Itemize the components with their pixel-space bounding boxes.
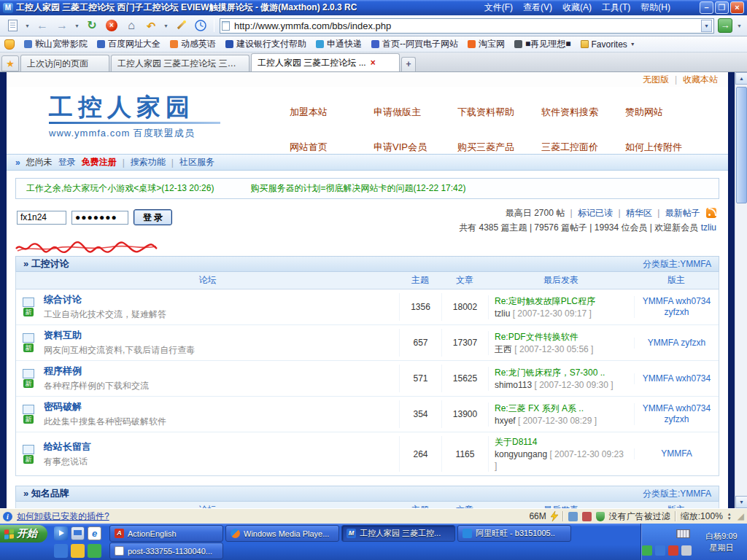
header-link[interactable]: 加盟本站	[290, 106, 374, 119]
header-link[interactable]: 赞助网站	[625, 106, 709, 119]
scroll-down-button[interactable]: ▼	[735, 496, 747, 508]
login-button[interactable]: 登 录	[133, 209, 172, 225]
bookmark-site-link[interactable]: 收藏本站	[683, 74, 718, 86]
tab-last-visited[interactable]: 上次访问的页面	[20, 55, 109, 71]
bookmark-item[interactable]: 首页--阿買电子网站	[371, 38, 458, 50]
moderators-link[interactable]: YMMFA	[634, 448, 719, 459]
new-page-button[interactable]	[4, 18, 20, 34]
forum-name-link[interactable]: 资料互助	[44, 330, 82, 341]
home-button[interactable]: ⌂	[123, 18, 139, 34]
bookmark-favorites-folder[interactable]: Favorites▼	[581, 39, 635, 50]
menu-view[interactable]: 查看(V)	[523, 1, 552, 14]
last-post-author[interactable]: shimo113	[495, 380, 532, 390]
bookmarks-shield-icon[interactable]	[4, 39, 15, 50]
plugin-icon[interactable]	[568, 512, 578, 521]
boost-bolt-icon[interactable]	[551, 511, 558, 521]
search-function-link[interactable]: 搜索功能	[131, 156, 166, 168]
site-logo[interactable]: 工控人家园 www.ymmfa.com 百度联盟成员	[49, 94, 220, 140]
mark-read-link[interactable]: 标记已读	[578, 208, 613, 218]
header-link[interactable]: 申请做版主	[374, 106, 457, 119]
bookmark-item[interactable]: ■再见理想■	[514, 38, 571, 50]
quick-launch-app-icon[interactable]	[71, 544, 85, 558]
header-link[interactable]: 如何上传附件	[625, 141, 709, 154]
ad-filter-shield-icon[interactable]	[596, 512, 605, 521]
bookmark-item[interactable]: 动感英语	[170, 38, 216, 50]
stop-button[interactable]: ×	[104, 18, 120, 34]
rss-icon[interactable]	[706, 208, 716, 218]
last-post-link[interactable]: Re:定时触发故障PLC程序	[495, 295, 628, 307]
maximize-button[interactable]: ❐	[715, 1, 729, 14]
community-service-link[interactable]: 社区服务	[179, 156, 214, 168]
moderators-link[interactable]: YMMFA wxh0734	[634, 373, 719, 384]
resize-grip[interactable]: ◢	[738, 512, 744, 521]
forum-name-link[interactable]: 给站长留言	[44, 441, 91, 452]
username-input[interactable]	[17, 211, 66, 225]
announcement-link[interactable]: 工作之余,给大家玩个小游戏<桌球>(12-13 20:26)	[26, 182, 214, 195]
internet-explorer-icon[interactable]: e	[88, 526, 101, 540]
taskbar-button-aliwangwang[interactable]: 阿里旺旺 - b3151005..	[457, 525, 571, 542]
volume-tray-icon[interactable]	[681, 545, 692, 556]
network-tray-icon[interactable]	[668, 545, 678, 556]
section-moderator-link[interactable]: 分类版主:YMMFA	[643, 258, 711, 271]
history-clock-button[interactable]	[193, 18, 209, 34]
menu-help[interactable]: 帮助(H)	[640, 1, 670, 14]
section-title[interactable]: » 知名品牌	[23, 487, 69, 500]
taskbar-button-post-file[interactable]: post-333755-1130040...	[109, 542, 223, 559]
bookmark-item[interactable]: 申通快递	[316, 38, 362, 50]
last-post-link[interactable]: Re:龙门铣床程序，S7-300 ..	[495, 367, 628, 378]
tab-forum-background[interactable]: 工控人家园 三菱工控论坛 三菱...	[111, 55, 249, 71]
moderators-link[interactable]: YMMFA zyfzxh	[634, 338, 719, 349]
forum-name-link[interactable]: 综合讨论	[44, 294, 82, 305]
login-link[interactable]: 登录	[58, 156, 76, 168]
quick-launch-app-icon[interactable]	[54, 544, 68, 558]
no-image-version-link[interactable]: 无图版	[643, 74, 669, 86]
header-link[interactable]: 购买三菱产品	[457, 141, 541, 154]
media-player-quick-icon[interactable]	[54, 526, 68, 540]
section-title[interactable]: » 工控讨论	[23, 257, 69, 271]
moderators-link[interactable]: YMMFA wxh0734 zyfzxh	[634, 296, 719, 318]
taskbar-button-wmp[interactable]: Windows Media Playe...	[225, 525, 339, 542]
section-moderator-link[interactable]: 分类版主:YMMFA	[643, 488, 711, 500]
last-post-author[interactable]: 王西	[495, 344, 512, 354]
favorites-panel-button[interactable]: ★	[1, 55, 19, 71]
history-caret-icon[interactable]: ▼	[74, 23, 80, 28]
address-input[interactable]	[233, 20, 698, 32]
new-member-link[interactable]: tzliu	[701, 222, 716, 233]
back-button[interactable]: ←	[34, 18, 50, 34]
digest-area-link[interactable]: 精华区	[626, 208, 652, 218]
menu-tools[interactable]: 工具(T)	[602, 1, 630, 14]
last-post-author[interactable]: tzliu	[495, 308, 510, 319]
messenger-tray-icon[interactable]	[655, 545, 665, 556]
menu-file[interactable]: 文件(F)	[484, 1, 513, 14]
last-post-link[interactable]: 关于D8114	[495, 436, 628, 448]
scroll-up-button[interactable]: ▲	[735, 72, 747, 85]
register-link[interactable]: 免费注册	[82, 156, 117, 168]
newest-posts-link[interactable]: 最新帖子	[665, 208, 700, 218]
close-button[interactable]: ×	[730, 1, 744, 14]
address-dropdown-caret-icon[interactable]: ▼	[701, 20, 712, 32]
forum-name-link[interactable]: 密码破解	[44, 401, 82, 412]
antivirus-tray-icon[interactable]	[642, 545, 652, 556]
header-link[interactable]: 三菱工控面价	[541, 141, 625, 154]
moderators-link[interactable]: YMMFA wxh0734 zyfzxh	[634, 403, 719, 425]
taskbar-button-forum-active[interactable]: M工控人家园 三菱工控...	[341, 525, 455, 542]
header-link[interactable]: 申请VIP会员	[374, 141, 457, 154]
last-post-link[interactable]: Re:PDF文件转换软件	[495, 331, 628, 343]
undo-button[interactable]: ↶	[143, 18, 159, 34]
taskbar-button-actionenglish[interactable]: AActionEnglish	[109, 525, 223, 542]
bookmark-item[interactable]: 淘宝网	[468, 38, 505, 50]
keyboard-tray-icon[interactable]	[676, 529, 690, 538]
undo-caret-icon[interactable]: ▼	[163, 23, 169, 28]
minimize-button[interactable]: –	[700, 1, 713, 14]
announcement-link[interactable]: 购买服务器的计划=彻底解决网站卡的问题(12-22 17:42)	[250, 182, 465, 195]
header-link[interactable]: 软件资料搜索	[541, 106, 625, 119]
zoom-level[interactable]: 缩放:100%	[681, 510, 723, 523]
new-tab-button[interactable]: +	[401, 57, 416, 71]
menu-favorites[interactable]: 收藏(A)	[562, 1, 592, 14]
bookmark-item[interactable]: 鞍山宽带影院	[24, 38, 88, 50]
show-desktop-icon[interactable]	[71, 526, 85, 540]
tab-close-icon[interactable]: ×	[371, 58, 376, 67]
header-link[interactable]: 网站首页	[290, 141, 374, 154]
address-bar[interactable]: ▼	[220, 18, 714, 34]
quick-launch-app-icon[interactable]	[88, 544, 101, 558]
